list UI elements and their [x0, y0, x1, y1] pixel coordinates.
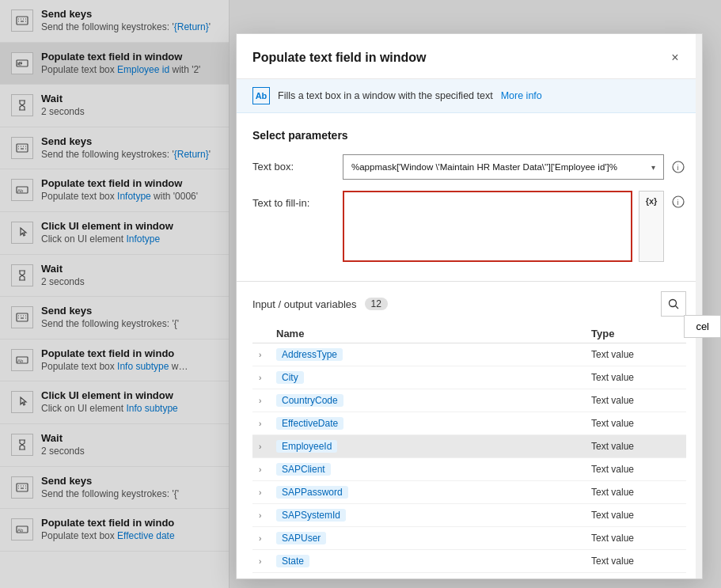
var-type: Text value — [591, 510, 686, 521]
var-name: SAPClient — [276, 463, 591, 476]
modal-header: Populate text field in window × — [237, 34, 702, 79]
var-name-tag: City — [276, 371, 304, 384]
row-chevron-icon: › — [252, 511, 276, 520]
var-name-tag: SAPUser — [276, 532, 326, 544]
var-type: Text value — [591, 418, 686, 429]
variable-icon-button[interactable]: {x} — [639, 191, 664, 262]
svg-point-47 — [670, 300, 677, 307]
var-name: City — [276, 371, 591, 384]
var-type: Text value — [591, 556, 686, 567]
variable-row[interactable]: › SAPClient Text value — [252, 458, 686, 481]
info-icon: Ab — [252, 87, 270, 104]
section-title: Select parameters — [252, 129, 686, 142]
text-fill-row: Text to fill-in: {x} i — [252, 191, 686, 262]
text-box-row: Text box: %appmask['Window \'Maintain HR… — [252, 154, 686, 180]
var-name-tag: SAPSystemId — [276, 509, 346, 522]
variable-row[interactable]: › SAPUser Text value — [252, 527, 686, 550]
var-name: AddressType — [276, 348, 591, 361]
var-type: Text value — [591, 441, 686, 452]
var-name: State — [276, 555, 591, 567]
svg-line-48 — [676, 306, 679, 309]
variables-section: Input / output variables 12 Name Type › … — [237, 281, 702, 581]
col-type: Type — [591, 328, 686, 340]
row-chevron-icon: › — [252, 419, 276, 428]
modal-info-bar: Ab Fills a text box in a window with the… — [237, 79, 702, 113]
variables-table-header: Name Type — [252, 324, 686, 343]
var-type: Text value — [591, 464, 686, 475]
variable-row[interactable]: › CountryCode Text value — [252, 389, 686, 412]
var-name: CountryCode — [276, 394, 591, 407]
row-chevron-icon: › — [252, 557, 276, 566]
variable-row[interactable]: › AddressType Text value — [252, 343, 686, 366]
variables-list: › AddressType Text value › City Text val… — [252, 343, 686, 573]
cancel-button[interactable]: cel — [684, 315, 721, 338]
text-fill-info-icon[interactable]: i — [670, 194, 686, 210]
row-chevron-icon: › — [252, 374, 276, 382]
var-name-tag: CountryCode — [276, 394, 343, 407]
variable-row[interactable]: › State Text value — [252, 550, 686, 573]
row-chevron-icon: › — [252, 534, 276, 543]
var-type: Text value — [591, 533, 686, 544]
scrollbar[interactable] — [696, 34, 702, 579]
var-name-tag: SAPClient — [276, 463, 331, 476]
variable-icon: {x} — [646, 196, 658, 206]
text-fill-label: Text to fill-in: — [252, 191, 332, 209]
modal-title: Populate text field in window — [252, 51, 427, 65]
modal-dialog: Populate text field in window × Ab Fills… — [236, 33, 703, 579]
variable-row[interactable]: › EmployeeId Text value — [252, 435, 686, 458]
variable-row[interactable]: › SAPSystemId Text value — [252, 504, 686, 527]
variables-header: Input / output variables 12 — [252, 282, 686, 324]
var-type: Text value — [591, 487, 686, 498]
text-fill-input-wrap: {x} i — [343, 191, 686, 262]
modal-cancel-area: cel — [684, 315, 721, 338]
svg-text:i: i — [677, 199, 679, 207]
chevron-down-icon: ▾ — [651, 163, 655, 172]
variable-row[interactable]: › SAPPassword Text value — [252, 481, 686, 504]
var-name-tag: AddressType — [276, 348, 343, 361]
col-name: Name — [276, 328, 591, 340]
variables-search-button[interactable] — [661, 291, 686, 317]
svg-text:i: i — [677, 164, 679, 172]
var-name: EmployeeId — [276, 440, 591, 453]
variables-badge: 12 — [365, 298, 388, 310]
var-name: SAPPassword — [276, 486, 591, 499]
var-name-tag: EmployeeId — [276, 440, 337, 453]
modal-close-button[interactable]: × — [664, 47, 686, 69]
variables-label: Input / output variables — [252, 298, 357, 310]
row-chevron-icon: › — [252, 488, 276, 497]
modal-info-text: Fills a text box in a window with the sp… — [278, 90, 493, 101]
var-name-tag: EffectiveDate — [276, 417, 343, 430]
var-name: SAPUser — [276, 532, 591, 544]
row-chevron-icon: › — [252, 396, 276, 405]
var-type: Text value — [591, 349, 686, 360]
var-name: SAPSystemId — [276, 509, 591, 522]
var-name-tag: State — [276, 555, 309, 567]
var-type: Text value — [591, 395, 686, 406]
text-box-info-icon[interactable]: i — [670, 159, 686, 175]
row-chevron-icon: › — [252, 465, 276, 474]
row-chevron-icon: › — [252, 442, 276, 451]
var-name-tag: SAPPassword — [276, 486, 348, 499]
col-expand — [252, 328, 276, 340]
search-icon — [668, 298, 679, 309]
text-box-label: Text box: — [252, 154, 332, 173]
var-type: Text value — [591, 372, 686, 383]
variable-row[interactable]: › EffectiveDate Text value — [252, 412, 686, 435]
modal-body: Select parameters Text box: %appmask['Wi… — [237, 113, 702, 281]
row-chevron-icon: › — [252, 351, 276, 359]
more-info-link[interactable]: More info — [501, 90, 542, 101]
text-box-value: %appmask['Window \'Maintain HR Master Da… — [351, 162, 651, 172]
text-box-select[interactable]: %appmask['Window \'Maintain HR Master Da… — [343, 154, 664, 180]
text-box-input-wrap: %appmask['Window \'Maintain HR Master Da… — [343, 154, 686, 180]
text-fill-textarea[interactable] — [343, 191, 632, 262]
var-name: EffectiveDate — [276, 417, 591, 430]
variable-row[interactable]: › City Text value — [252, 366, 686, 389]
